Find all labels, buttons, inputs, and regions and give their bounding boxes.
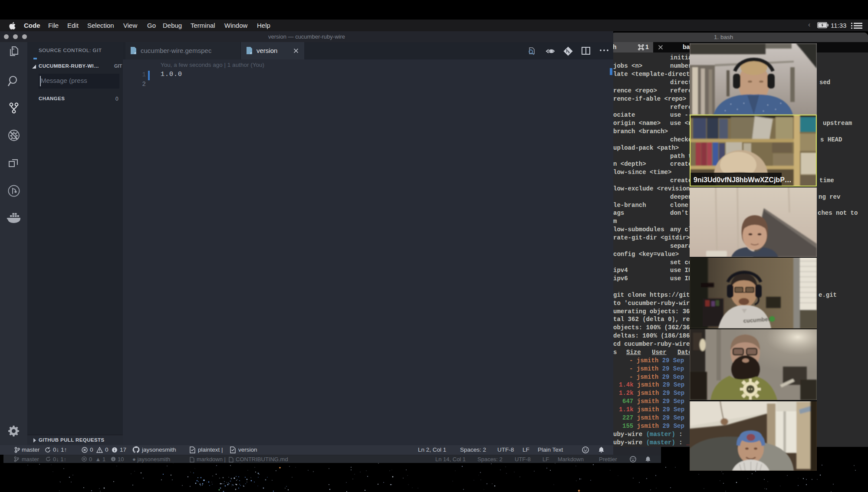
svg-text:9ni3Ud0vfNJ8hbWwXZCjbP…: 9ni3Ud0vfNJ8hbWwXZCjbP… — [694, 176, 792, 184]
